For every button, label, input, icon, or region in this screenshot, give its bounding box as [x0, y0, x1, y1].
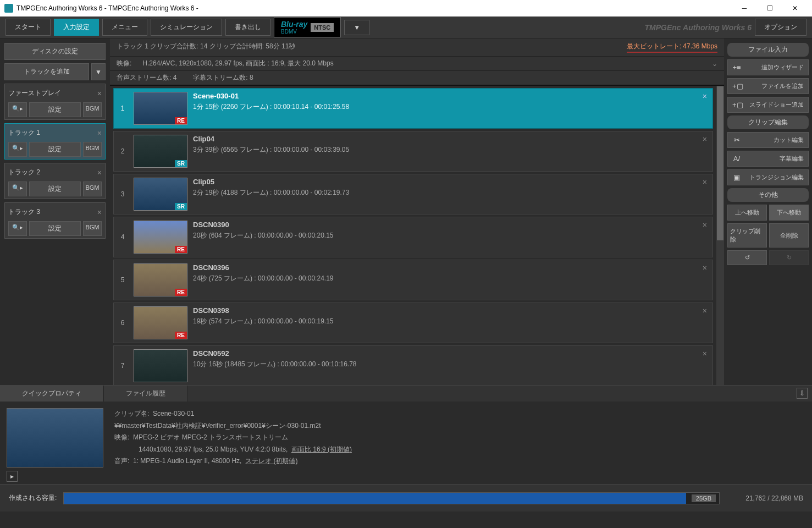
search-icon[interactable]: 🔍▸ [8, 142, 27, 157]
center-panel: トラック 1 クリップ合計数: 14 クリップ合計時間: 58分 11秒 最大ビ… [110, 38, 724, 385]
audio-streams-label: 音声ストリーム数: 4 [117, 73, 176, 82]
clip-thumbnail [134, 349, 187, 382]
add-track-dropdown[interactable]: ▼ [91, 63, 106, 80]
video-label: 映像: [114, 433, 129, 441]
firstplay-label: ファーストプレイ [8, 89, 61, 98]
text-icon: A/ [732, 155, 741, 163]
all-delete-button[interactable]: 全削除 [769, 223, 809, 248]
close-icon[interactable]: × [703, 135, 707, 144]
track-1-settings-button[interactable]: 設定 [29, 142, 81, 157]
close-icon[interactable]: × [703, 221, 707, 229]
input-settings-button[interactable]: 入力設定 [54, 19, 99, 36]
chevron-down-icon[interactable]: ⌄ [712, 60, 717, 68]
stream-info-bar: 映像: H.264/AVC, 1920x1080, 29.97 fps, 画面比… [110, 57, 724, 71]
clip-title: DSCN0396 [193, 263, 709, 272]
close-icon[interactable]: × [97, 89, 102, 98]
close-icon[interactable]: × [97, 208, 102, 217]
move-down-button[interactable]: 下へ移動 [769, 205, 809, 221]
file-input-header: ファイル入力 [727, 43, 809, 57]
clip-subtitle: 1分 15秒 (2260 フレーム) : 00:00:10.14 - 00:01… [193, 102, 709, 112]
track-2-bgm-button[interactable]: BGM [83, 182, 102, 196]
clip-delete-button[interactable]: クリップ削除 [727, 223, 767, 248]
track-3-settings-button[interactable]: 設定 [29, 221, 81, 236]
subtitle-streams-label: 字幕ストリーム数: 8 [193, 73, 253, 82]
clip-badge: RE [175, 289, 187, 296]
option-button[interactable]: オプション [755, 19, 807, 36]
tab-quick-property[interactable]: クイックプロパティ [0, 386, 104, 402]
clip-title: Clip05 [193, 178, 709, 186]
clip-index: 6 [117, 319, 128, 327]
aspect-ratio-link[interactable]: 画面比 16:9 (初期値) [291, 446, 352, 453]
close-icon[interactable]: × [703, 92, 707, 101]
clip-row[interactable]: 5 RE DSCN0396 24秒 (725 フレーム) : 00:00:00.… [113, 260, 713, 300]
play-button[interactable]: ▸ [7, 471, 18, 482]
scrollbar-thumb[interactable] [717, 86, 723, 240]
track-label: トラック 2 [8, 168, 40, 177]
firstplay-bgm-button[interactable]: BGM [83, 102, 102, 117]
search-icon[interactable]: 🔍▸ [8, 102, 27, 117]
firstplay-settings-button[interactable]: 設定 [29, 102, 81, 117]
clip-row[interactable]: 1 RE Scene-030-01 1分 15秒 (2260 フレーム) : 0… [113, 88, 713, 129]
maximize-button[interactable]: ☐ [757, 0, 782, 16]
video-value: H.264/AVC, 1920x1080, 29.97 fps, 画面比 : 1… [142, 59, 333, 67]
video-format: MPEG-2 ビデオ MPEG-2 トランスポートストリーム [133, 433, 288, 441]
track-3-box[interactable]: トラック 3 × 🔍▸ 設定 BGM [4, 202, 106, 239]
move-up-button[interactable]: 上へ移動 [727, 205, 767, 221]
start-button[interactable]: スタート [5, 19, 51, 36]
clip-index: 7 [117, 362, 128, 370]
transition-edit-button[interactable]: ▣トランジション編集 [727, 169, 809, 185]
add-track-button[interactable]: トラックを追加 [4, 63, 89, 80]
track-label: トラック 3 [8, 207, 40, 217]
clip-subtitle: 24秒 (725 フレーム) : 00:00:00.00 - 00:00:24.… [193, 274, 709, 283]
add-slideshow-button[interactable]: +▢スライドショー追加 [727, 97, 809, 113]
firstplay-box: ファーストプレイ × 🔍▸ 設定 BGM [4, 84, 106, 120]
close-icon[interactable]: × [97, 168, 102, 177]
search-icon[interactable]: 🔍▸ [8, 182, 27, 196]
format-indicator[interactable]: Blu-ray BDMV NTSC [274, 17, 341, 37]
tab-file-history[interactable]: ファイル履歴 [104, 386, 188, 402]
track-1-box[interactable]: トラック 1 × 🔍▸ 設定 BGM [4, 123, 106, 160]
cut-edit-button[interactable]: ✂カット編集 [727, 132, 809, 148]
clip-row[interactable]: 7 DSCN0592 10分 16秒 (18485 フレーム) : 00:00:… [113, 345, 713, 385]
track-info-bar: トラック 1 クリップ合計数: 14 クリップ合計時間: 58分 11秒 最大ビ… [110, 38, 724, 57]
clip-subtitle: 3分 39秒 (6565 フレーム) : 00:00:00.00 - 00:03… [193, 145, 709, 155]
expand-down-icon[interactable]: ⇩ [797, 388, 808, 399]
close-icon[interactable]: × [703, 306, 707, 315]
subtitle-edit-button[interactable]: A/字幕編集 [727, 151, 809, 167]
plus-list-icon: +≡ [732, 63, 741, 72]
minimize-button[interactable]: ─ [732, 0, 757, 16]
track-2-box[interactable]: トラック 2 × 🔍▸ 設定 BGM [4, 163, 106, 199]
audio-mode-link[interactable]: ステレオ (初期値) [245, 457, 297, 465]
add-wizard-button[interactable]: +≡追加ウィザード [727, 59, 809, 75]
clip-row[interactable]: 6 RE DSCN0398 19秒 (574 フレーム) : 00:00:00.… [113, 302, 713, 343]
clip-row[interactable]: 2 SR Clip04 3分 39秒 (6565 フレーム) : 00:00:0… [113, 131, 713, 172]
track-1-bgm-button[interactable]: BGM [83, 142, 102, 157]
clip-index: 5 [117, 276, 128, 284]
format-main: Blu-ray [281, 20, 307, 29]
undo-button[interactable]: ↺ [727, 250, 767, 265]
clip-subtitle: 19秒 (574 フレーム) : 00:00:00.00 - 00:00:19.… [193, 317, 709, 326]
simulation-button[interactable]: シミュレーション [151, 19, 222, 36]
bottom-tabs: クイックプロパティ ファイル履歴 ⇩ [0, 386, 812, 402]
clip-row[interactable]: 3 SR Clip05 2分 19秒 (4188 フレーム) : 00:00:0… [113, 174, 713, 215]
format-dropdown[interactable]: ▼ [344, 20, 369, 35]
video-label: 映像: [117, 59, 131, 67]
menu-button[interactable]: メニュー [102, 19, 147, 36]
capacity-fill [64, 493, 686, 504]
export-button[interactable]: 書き出し [225, 19, 270, 36]
close-icon[interactable]: × [97, 129, 102, 138]
track-2-settings-button[interactable]: 設定 [29, 182, 81, 196]
add-file-button[interactable]: +▢ファイルを追加 [727, 78, 809, 94]
close-window-button[interactable]: ✕ [782, 0, 808, 16]
close-icon[interactable]: × [703, 178, 707, 186]
footer: 作成される容量: 25GB 21,762 / 22,868 MB [0, 484, 812, 512]
redo-button[interactable]: ↻ [769, 250, 809, 265]
disc-settings-button[interactable]: ディスクの設定 [4, 43, 106, 60]
close-icon[interactable]: × [703, 349, 707, 358]
search-icon[interactable]: 🔍▸ [8, 221, 27, 236]
scrollbar[interactable] [716, 86, 724, 385]
track-3-bgm-button[interactable]: BGM [83, 221, 102, 236]
close-icon[interactable]: × [703, 263, 707, 272]
clip-row[interactable]: 4 RE DSCN0390 20秒 (604 フレーム) : 00:00:00.… [113, 217, 713, 257]
plus-slideshow-icon: +▢ [732, 101, 741, 109]
